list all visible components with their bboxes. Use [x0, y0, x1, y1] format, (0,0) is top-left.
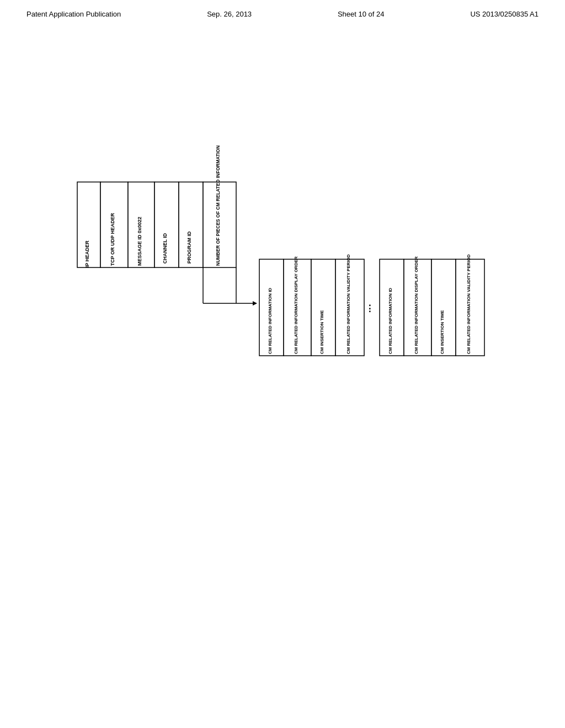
- publication-date: Sep. 26, 2013: [207, 10, 252, 18]
- svg-text:⋮: ⋮: [365, 304, 374, 313]
- svg-text:CM RELATED INFORMATION DISPLAY: CM RELATED INFORMATION DISPLAY ORDER: [294, 256, 299, 354]
- svg-text:IP HEADER: IP HEADER: [84, 240, 90, 267]
- svg-text:CM RELATED INFORMATION ID: CM RELATED INFORMATION ID: [388, 288, 393, 354]
- page-header: Patent Application Publication Sep. 26, …: [0, 0, 565, 18]
- svg-text:CHANNEL ID: CHANNEL ID: [162, 233, 168, 264]
- diagram: IP HEADER TCP OR UDP HEADER MESSAGE ID 0…: [44, 72, 513, 651]
- sheet-info: Sheet 10 of 24: [338, 10, 385, 18]
- svg-marker-16: [253, 301, 257, 306]
- svg-text:CM INSERTION TIME: CM INSERTION TIME: [319, 310, 324, 354]
- svg-text:NUMBER OF PIECES OF CM RELATED: NUMBER OF PIECES OF CM RELATED INFORMATI…: [215, 146, 221, 266]
- svg-text:TCP OR UDP HEADER: TCP OR UDP HEADER: [110, 213, 115, 266]
- publication-label: Patent Application Publication: [26, 10, 121, 18]
- svg-text:CM INSERTION TIME: CM INSERTION TIME: [440, 310, 445, 354]
- svg-text:CM RELATED INFORMATION VALIDIT: CM RELATED INFORMATION VALIDITY PERIOD: [466, 254, 471, 354]
- svg-text:CM RELATED INFORMATION DISPLAY: CM RELATED INFORMATION DISPLAY ORDER: [414, 256, 419, 354]
- patent-number: US 2013/0250835 A1: [470, 10, 539, 18]
- svg-text:CM RELATED INFORMATION VALIDIT: CM RELATED INFORMATION VALIDITY PERIOD: [346, 254, 351, 354]
- svg-text:PROGRAM ID: PROGRAM ID: [186, 231, 192, 264]
- svg-text:MESSAGE ID 0x0022: MESSAGE ID 0x0022: [137, 217, 142, 266]
- svg-text:CM RELATED INFORMATION ID: CM RELATED INFORMATION ID: [268, 288, 273, 354]
